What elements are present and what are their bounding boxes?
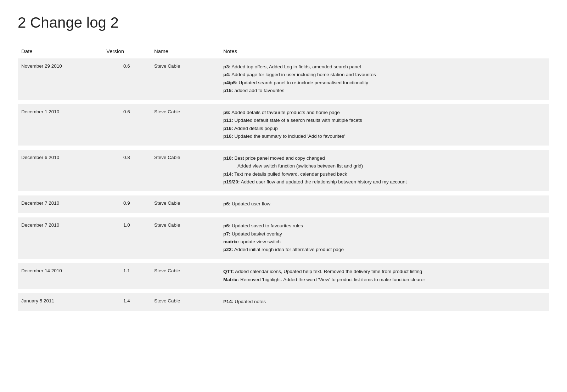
cell-version: 0.9 [103,195,151,213]
cell-name: Steve Cable [151,217,220,259]
cell-date: December 7 2010 [18,217,103,259]
cell-date: December 6 2010 [18,150,103,191]
cell-version: 1.4 [103,293,151,311]
cell-version: 0.6 [103,104,151,146]
spacer-row [18,100,549,104]
cell-date: December 7 2010 [18,195,103,213]
header-name: Name [151,45,220,58]
cell-version: 0.6 [103,58,151,100]
cell-date: December 1 2010 [18,104,103,146]
cell-name: Steve Cable [151,150,220,191]
cell-notes: QTT: Added calendar icons, Updated help … [220,263,549,289]
cell-notes: p3: Added top offers, Added Log in field… [220,58,549,100]
cell-name: Steve Cable [151,195,220,213]
header-notes: Notes [220,45,549,58]
cell-notes: p6: Updated saved to favourites rulesp7:… [220,217,549,259]
spacer-row [18,289,549,293]
page-title: 2 Change log 2 [18,14,549,31]
cell-notes: p6: Updated user flow [220,195,549,213]
header-version: Version [103,45,151,58]
spacer-row [18,191,549,195]
cell-name: Steve Cable [151,104,220,146]
changelog-table: Date Version Name Notes November 29 2010… [18,45,549,311]
spacer-row [18,146,549,150]
cell-date: January 5 2011 [18,293,103,311]
cell-date: November 29 2010 [18,58,103,100]
cell-version: 0.8 [103,150,151,191]
table-row: January 5 20111.4Steve CableP14: Updated… [18,293,549,311]
cell-notes: p10: Best price panel moved and copy cha… [220,150,549,191]
cell-version: 1.0 [103,217,151,259]
spacer-row [18,213,549,217]
table-row: December 7 20100.9Steve Cablep6: Updated… [18,195,549,213]
cell-notes: p6: Added details of favourite products … [220,104,549,146]
table-row: November 29 20100.6Steve Cablep3: Added … [18,58,549,100]
table-row: December 14 20101.1Steve CableQTT: Added… [18,263,549,289]
table-row: December 1 20100.6Steve Cablep6: Added d… [18,104,549,146]
cell-name: Steve Cable [151,58,220,100]
cell-notes: P14: Updated notes [220,293,549,311]
cell-name: Steve Cable [151,263,220,289]
cell-name: Steve Cable [151,293,220,311]
header-date: Date [18,45,103,58]
cell-version: 1.1 [103,263,151,289]
table-row: December 6 20100.8Steve Cablep10: Best p… [18,150,549,191]
spacer-row [18,259,549,263]
table-row: December 7 20101.0Steve Cablep6: Updated… [18,217,549,259]
cell-date: December 14 2010 [18,263,103,289]
